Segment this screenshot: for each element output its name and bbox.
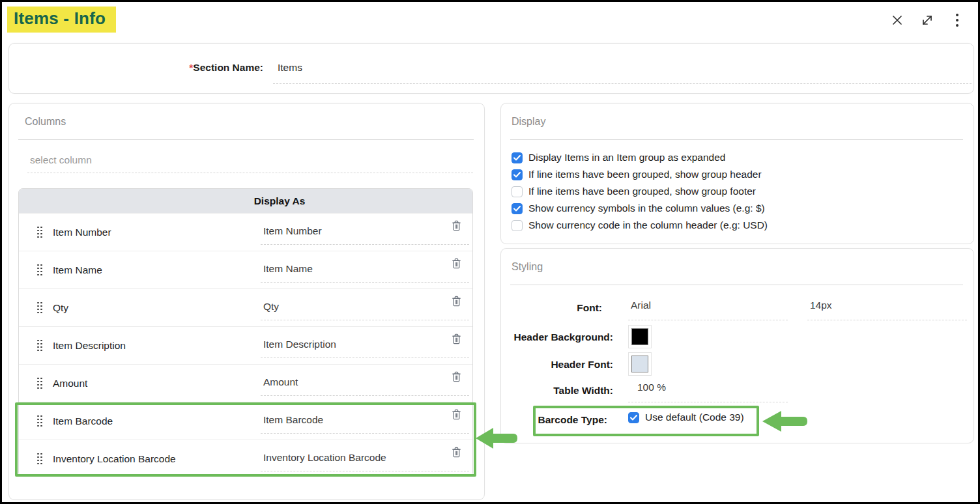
drag-handle-icon[interactable]: [37, 453, 42, 465]
checkbox[interactable]: [512, 152, 523, 163]
header-background-color-picker[interactable]: [628, 325, 652, 348]
barcode-option-label: Use default (Code 39): [645, 412, 744, 423]
display-panel: Display Display Items in an Item group a…: [500, 103, 974, 244]
display-as-input[interactable]: Amount: [261, 371, 469, 396]
delete-column-icon[interactable]: [451, 219, 462, 234]
display-as-input[interactable]: Qty: [261, 296, 469, 320]
display-as-input[interactable]: Item Barcode: [261, 409, 469, 434]
drag-handle-icon[interactable]: [37, 340, 42, 352]
items-info-dialog: Items - Info *Section Name: Items Column…: [0, 0, 980, 504]
drag-handle-icon[interactable]: [37, 415, 42, 427]
column-name: Item Barcode: [53, 415, 113, 427]
drag-handle-icon[interactable]: [37, 264, 42, 276]
styling-panel-title: Styling: [512, 261, 543, 273]
display-option[interactable]: Show currency symbols in the column valu…: [512, 203, 765, 214]
divider: [510, 139, 963, 140]
table-row: Item Name Item Name: [19, 251, 472, 288]
header-font-label: Header Font:: [501, 359, 613, 371]
checkbox[interactable]: [512, 220, 523, 231]
divider: [510, 285, 963, 285]
drag-handle-icon[interactable]: [37, 227, 42, 238]
table-row: Item Barcode Item Barcode: [19, 402, 472, 440]
display-option[interactable]: Display Items in an Item group as expand…: [512, 152, 725, 163]
display-as-input[interactable]: Item Number: [261, 220, 469, 245]
display-option[interactable]: Show currency code in the column header …: [512, 219, 768, 231]
delete-column-icon[interactable]: [451, 257, 462, 272]
delete-column-icon[interactable]: [451, 408, 462, 423]
window-controls: [888, 11, 966, 29]
column-name: Amount: [53, 378, 87, 389]
header-background-label: Header Background:: [501, 331, 613, 343]
table-row: Amount Amount: [19, 364, 472, 402]
checkbox[interactable]: [512, 169, 523, 180]
checkbox[interactable]: [512, 186, 523, 197]
delete-column-icon[interactable]: [451, 295, 462, 309]
more-menu-icon[interactable]: [948, 11, 966, 29]
display-option-label: If line items have been grouped, show gr…: [528, 169, 762, 180]
display-as-input[interactable]: Inventory Location Barcode: [261, 447, 469, 471]
table-width-label: Table Width:: [501, 385, 613, 397]
delete-column-icon[interactable]: [451, 446, 462, 460]
delete-column-icon[interactable]: [451, 333, 462, 347]
table-width-input[interactable]: 100 %: [628, 380, 788, 402]
section-name-label: *Section Name:: [9, 62, 263, 74]
section-name-input[interactable]: Items: [273, 58, 972, 84]
columns-panel: Columns select column Display As Item Nu…: [8, 103, 485, 500]
display-panel-title: Display: [512, 116, 545, 128]
font-family-input[interactable]: Arial: [628, 298, 788, 320]
delete-column-icon[interactable]: [451, 371, 462, 385]
checkbox[interactable]: [512, 203, 523, 214]
page-title: Items - Info: [7, 7, 116, 33]
column-name: Item Description: [53, 340, 126, 352]
column-name: Item Number: [53, 227, 111, 238]
barcode-default-option[interactable]: Use default (Code 39): [628, 412, 744, 423]
column-name: Qty: [53, 302, 68, 314]
divider: [18, 139, 474, 140]
columns-table: Display As Item Number Item Number Item …: [18, 188, 473, 477]
font-size-input[interactable]: 14px: [807, 298, 967, 320]
drag-handle-icon[interactable]: [37, 378, 42, 389]
display-option[interactable]: If line items have been grouped, show gr…: [512, 169, 762, 180]
column-name: Item Name: [53, 264, 102, 276]
display-option-label: Show currency symbols in the column valu…: [528, 203, 765, 214]
styling-panel: Styling Font: Arial 14px Header Backgrou…: [500, 248, 974, 443]
expand-icon[interactable]: [918, 11, 936, 29]
section-name-panel: *Section Name: Items: [8, 43, 974, 94]
drag-handle-icon[interactable]: [37, 302, 42, 314]
display-option-label: If line items have been grouped, show gr…: [528, 186, 756, 197]
barcode-type-label: Barcode Type:: [501, 414, 607, 426]
table-row: Qty Qty: [19, 288, 472, 326]
table-row: Item Number Item Number: [19, 213, 472, 251]
display-as-input[interactable]: Item Description: [261, 333, 469, 358]
close-icon[interactable]: [888, 11, 906, 29]
display-option-label: Display Items in an Item group as expand…: [528, 152, 725, 163]
column-name: Inventory Location Barcode: [53, 453, 176, 465]
select-column-dropdown[interactable]: select column: [27, 149, 473, 173]
font-label: Font:: [501, 302, 602, 314]
header-font-color-picker[interactable]: [628, 352, 652, 376]
table-row: Item Description Item Description: [19, 326, 472, 364]
display-as-input[interactable]: Item Name: [261, 258, 469, 283]
columns-table-header: Display As: [19, 189, 472, 213]
display-option-label: Show currency code in the column header …: [528, 219, 768, 231]
columns-panel-title: Columns: [25, 116, 66, 128]
display-option[interactable]: If line items have been grouped, show gr…: [512, 186, 756, 197]
table-row: Inventory Location Barcode Inventory Loc…: [19, 440, 472, 477]
checkbox[interactable]: [628, 412, 639, 423]
